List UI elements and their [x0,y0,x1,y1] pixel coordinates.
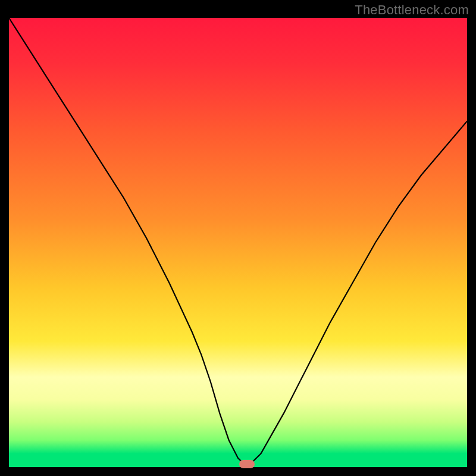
optimum-marker [239,460,255,468]
chart-background-gradient [9,18,467,467]
watermark-text: TheBottleneck.com [355,2,469,18]
chart-container [9,18,467,467]
